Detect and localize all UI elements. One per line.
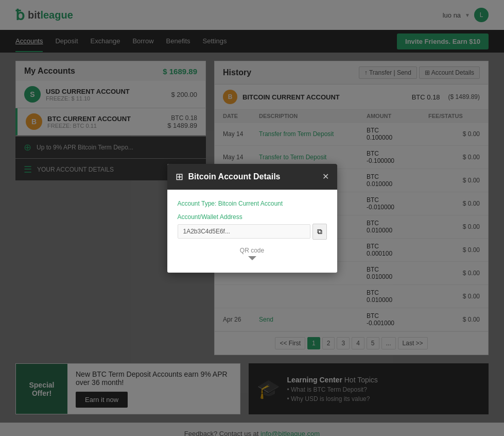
- qr-toggle-button[interactable]: [248, 256, 256, 260]
- modal-wallet-label: Account/Wallet Address: [178, 213, 327, 221]
- modal-header: ⊞ Bitcoin Account Details ✕: [167, 164, 337, 190]
- qr-label: QR code: [178, 247, 327, 254]
- modal: ⊞ Bitcoin Account Details ✕ Account Type…: [167, 164, 337, 273]
- modal-title: Bitcoin Account Details: [188, 172, 281, 181]
- modal-overlay[interactable]: ⊞ Bitcoin Account Details ✕ Account Type…: [0, 0, 504, 436]
- modal-close-button[interactable]: ✕: [322, 172, 329, 181]
- modal-title-area: ⊞ Bitcoin Account Details: [176, 171, 281, 182]
- address-row: ⧉: [178, 224, 327, 240]
- modal-account-type-label: Account Type: Bitcoin Current Account: [178, 200, 327, 207]
- modal-body: Account Type: Bitcoin Current Account Ac…: [167, 190, 337, 273]
- modal-header-icon: ⊞: [176, 171, 183, 182]
- copy-address-button[interactable]: ⧉: [312, 224, 327, 240]
- qr-section: QR code: [178, 247, 327, 260]
- wallet-address-input[interactable]: [178, 224, 310, 239]
